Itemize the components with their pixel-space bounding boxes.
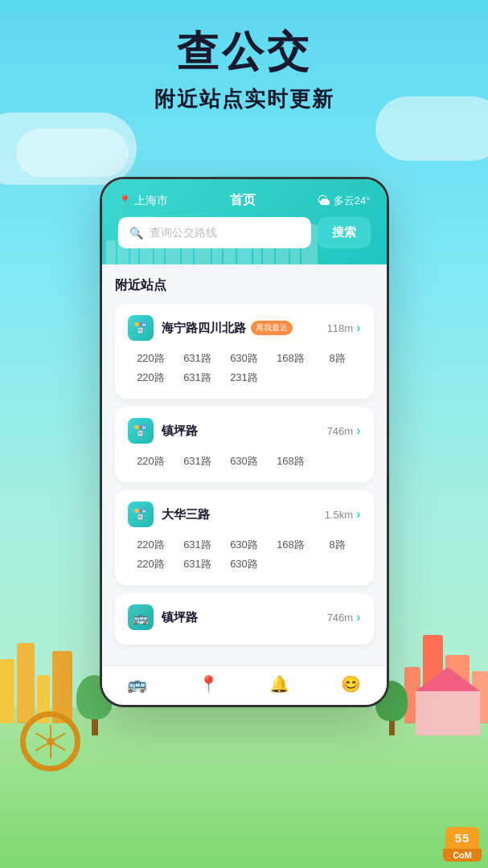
station-right-2: 746m › <box>327 424 361 438</box>
scene-buildings-left <box>0 643 96 723</box>
chevron-icon-4: › <box>356 610 360 624</box>
ground <box>0 707 488 868</box>
station-distance-1: 118m <box>327 322 354 334</box>
location-info: 📍 上海市 <box>118 194 168 208</box>
station-right-4: 746m › <box>327 610 361 624</box>
bus-lines-2: 220路 631路 630路 168路 <box>128 452 361 471</box>
location-pin-icon: 📍 <box>118 194 131 207</box>
phone-header: 📍 上海市 首页 🌥 多云24° 🔍 查询公交路线 搜索 <box>102 179 387 264</box>
search-bar: 🔍 查询公交路线 搜索 <box>118 217 371 248</box>
bus-line: 8路 <box>314 349 361 368</box>
city-name: 上海市 <box>134 194 168 208</box>
bus-line: 631路 <box>174 555 221 574</box>
bus-lines-1: 220路 631路 630路 168路 8路 220路 631路 231路 <box>128 349 361 387</box>
status-bar: 📍 上海市 首页 🌥 多云24° <box>118 192 371 209</box>
station-name-2: 镇坪路 <box>162 424 198 439</box>
station-right-1: 118m › <box>327 321 361 335</box>
main-title: 查公交 <box>0 24 488 80</box>
bus-line: 220路 <box>128 349 174 368</box>
station-right-3: 1.5km › <box>325 507 361 522</box>
sub-title: 附近站点实时更新 <box>0 85 488 113</box>
station-name-1: 海宁路四川北路 <box>162 321 246 336</box>
bus-line: 220路 <box>128 368 174 387</box>
station-left-3: 🚏 大华三路 <box>128 502 210 527</box>
station-card-1[interactable]: 🚏 海宁路四川北路 离我最近 118m › 220路 631路 630路 168… <box>115 304 374 399</box>
station-distance-3: 1.5km <box>325 509 353 521</box>
bus-line: 630路 <box>221 349 268 368</box>
cloud-decoration-left <box>0 113 137 185</box>
nearest-badge-1: 离我最近 <box>251 321 293 335</box>
content-area: 附近站点 🚏 海宁路四川北路 离我最近 118m › 220路 631路 <box>102 264 387 665</box>
bus-line: 630路 <box>221 555 268 574</box>
weather-info: 🌥 多云24° <box>318 194 371 208</box>
scene-buildings-right <box>375 635 488 723</box>
phone-mockup: 📍 上海市 首页 🌥 多云24° 🔍 查询公交路线 搜索 附近站点 🚏 <box>100 177 389 707</box>
station-left-4: 🚌 镇坪路 <box>128 604 198 630</box>
station-header-4: 🚌 镇坪路 746m › <box>128 604 361 630</box>
bus-line: 631路 <box>174 535 221 555</box>
notification-nav-icon: 🔔 <box>269 674 289 694</box>
location-nav-icon: 📍 <box>199 674 219 694</box>
bus-line: 630路 <box>221 535 268 555</box>
bottom-nav: 🚌 📍 🔔 😊 <box>102 665 387 705</box>
station-name-wrap-1: 海宁路四川北路 离我最近 <box>162 321 293 336</box>
header-page-title: 首页 <box>230 192 256 209</box>
nav-item-notification[interactable]: 🔔 <box>269 674 289 694</box>
bus-nav-icon: 🚌 <box>127 674 147 694</box>
bus-line: 220路 <box>128 555 174 574</box>
bus-line: 168路 <box>268 535 314 555</box>
station-distance-2: 746m <box>327 425 354 437</box>
wheel-decoration <box>20 711 80 772</box>
chevron-icon-2: › <box>356 424 360 438</box>
station-icon-3: 🚏 <box>128 502 154 527</box>
station-left-2: 🚏 镇坪路 <box>128 418 198 444</box>
station-card-3[interactable]: 🚏 大华三路 1.5km › 220路 631路 630路 168路 8路 22… <box>115 490 374 585</box>
search-icon: 🔍 <box>129 227 143 240</box>
weather-icon: 🌥 <box>318 194 330 208</box>
weather-text: 多云24° <box>334 194 371 208</box>
station-distance-4: 746m <box>327 612 354 624</box>
station-icon-1: 🚏 <box>128 315 154 341</box>
bus-lines-3: 220路 631路 630路 168路 8路 220路 631路 630路 <box>128 535 361 574</box>
station-header-3: 🚏 大华三路 1.5km › <box>128 502 361 527</box>
bus-line: 168路 <box>268 452 314 471</box>
bus-line: 220路 <box>128 535 174 555</box>
title-area: 查公交 附近站点实时更新 <box>0 24 488 113</box>
search-input-container[interactable]: 🔍 查询公交路线 <box>118 217 311 248</box>
bus-line: 631路 <box>174 452 221 471</box>
profile-nav-icon: 😊 <box>341 674 361 694</box>
bus-line: 231路 <box>221 368 268 387</box>
bus-line: 631路 <box>174 349 221 368</box>
station-header-1: 🚏 海宁路四川北路 离我最近 118m › <box>128 315 361 341</box>
bus-line: 220路 <box>128 452 174 471</box>
watermark-numbers: 55 <box>445 827 480 849</box>
station-left-1: 🚏 海宁路四川北路 离我最近 <box>128 315 293 341</box>
bus-line: 168路 <box>268 349 314 368</box>
nav-item-location[interactable]: 📍 <box>199 674 219 694</box>
chevron-icon-3: › <box>356 507 360 522</box>
house-right <box>416 667 480 735</box>
watermark-com: CoM <box>443 849 482 862</box>
bus-line: 8路 <box>314 535 361 555</box>
station-icon-2: 🚏 <box>128 418 154 444</box>
bus-line: 630路 <box>221 452 268 471</box>
search-button[interactable]: 搜索 <box>318 217 371 248</box>
nav-item-profile[interactable]: 😊 <box>341 674 361 694</box>
station-card-4[interactable]: 🚌 镇坪路 746m › <box>115 593 374 645</box>
cloud-decoration-left2 <box>16 129 129 177</box>
station-header-2: 🚏 镇坪路 746m › <box>128 418 361 444</box>
station-name-4: 镇坪路 <box>162 610 198 625</box>
station-icon-4: 🚌 <box>128 604 154 630</box>
station-card-2[interactable]: 🚏 镇坪路 746m › 220路 631路 630路 168路 <box>115 407 374 482</box>
download-watermark: 55 CoM <box>443 827 482 862</box>
search-placeholder: 查询公交路线 <box>150 226 217 240</box>
station-name-3: 大华三路 <box>162 507 210 522</box>
section-title: 附近站点 <box>115 277 374 294</box>
chevron-icon-1: › <box>356 321 360 335</box>
bus-line: 631路 <box>174 368 221 387</box>
nav-item-bus[interactable]: 🚌 <box>127 674 147 694</box>
